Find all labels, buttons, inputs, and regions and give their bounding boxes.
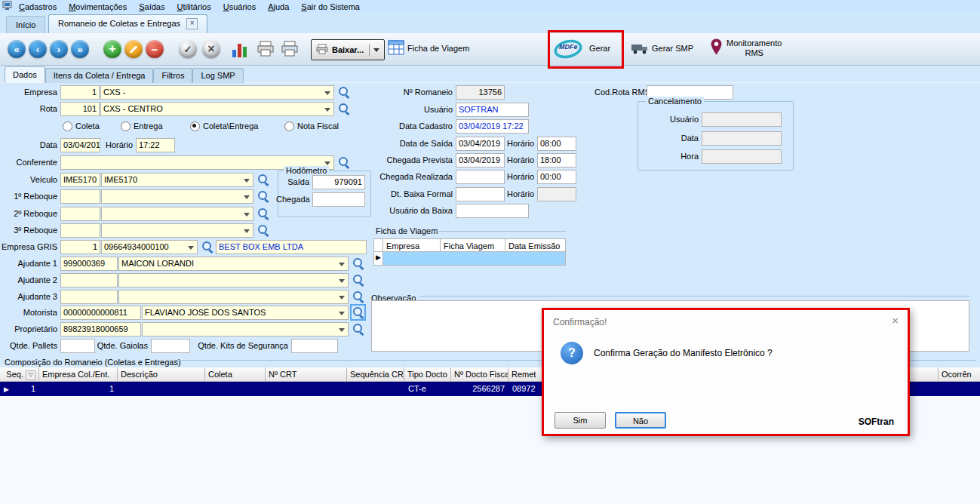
add-button[interactable]: [103, 40, 121, 58]
ficha-viagem-row[interactable]: [383, 252, 566, 266]
motorista-search-icon[interactable]: [352, 306, 364, 319]
reboque1-combo[interactable]: [101, 189, 253, 204]
qtde-pallets-field[interactable]: [60, 339, 95, 353]
chart-icon[interactable]: [232, 41, 249, 57]
veiculo-search-icon[interactable]: [257, 173, 269, 186]
subtab-dados[interactable]: Dados: [5, 66, 45, 83]
horario-prevista-field[interactable]: 18:00: [537, 153, 576, 167]
hodometro-saida-field[interactable]: 979091: [312, 175, 365, 189]
grid-header-seq[interactable]: Seq.: [0, 367, 39, 382]
ficha-viagem-toolbar-label[interactable]: Ficha de Viagem: [407, 44, 469, 53]
ajudante3-code-field[interactable]: [60, 290, 118, 304]
horario-field[interactable]: 17:22: [136, 138, 175, 152]
rota-search-icon[interactable]: [337, 102, 350, 115]
hodometro-chegada-field[interactable]: [312, 192, 365, 207]
menu-item-usuarios[interactable]: Usuários: [217, 2, 262, 11]
qtde-kits-field[interactable]: [291, 339, 338, 353]
veiculo-combo[interactable]: IME5170: [101, 173, 253, 187]
reboque1-code-field[interactable]: [60, 189, 100, 204]
confirm-button[interactable]: [179, 40, 197, 58]
data-saida-field[interactable]: 03/04/2019: [456, 137, 505, 151]
data-field[interactable]: 03/04/2019: [60, 138, 100, 152]
tab-inicio[interactable]: Início: [6, 16, 45, 33]
dt-baixa-formal-field[interactable]: [456, 187, 505, 201]
ajudante3-combo[interactable]: [118, 290, 349, 304]
ajudante1-combo[interactable]: MAICON LORANDI: [118, 257, 349, 271]
nav-prev-button[interactable]: [29, 40, 47, 58]
ajudante2-search-icon[interactable]: [352, 273, 364, 287]
ficha-viagem-icon[interactable]: [388, 40, 404, 57]
subtab-log-smp[interactable]: Log SMP: [192, 68, 243, 83]
baixar-button[interactable]: Baixar...: [311, 39, 385, 60]
horario-saida-field[interactable]: 08:00: [537, 137, 576, 151]
delete-button[interactable]: [146, 40, 164, 58]
reboque2-search-icon[interactable]: [257, 207, 269, 220]
edit-button[interactable]: [124, 40, 143, 58]
monitoramento-rms-button[interactable]: Monitoramento RMS: [727, 38, 782, 58]
chegada-prevista-field[interactable]: 03/04/2019: [456, 153, 505, 167]
dialog-close-icon[interactable]: [892, 314, 899, 327]
rota-combo[interactable]: CXS - CENTRO: [100, 102, 334, 116]
reboque3-code-field[interactable]: [60, 223, 100, 238]
grid-header-tipo-docto[interactable]: Tipo Docto: [404, 367, 451, 382]
empresa-gris-combo[interactable]: 09664934000100: [101, 240, 198, 254]
ajudante2-code-field[interactable]: [60, 273, 118, 287]
reboque3-search-icon[interactable]: [257, 223, 269, 237]
motorista-code-field[interactable]: 00000000000811: [60, 306, 141, 320]
print-preview-icon[interactable]: [281, 41, 299, 59]
veiculo-code-field[interactable]: IME5170: [60, 173, 100, 187]
radio-coleta-entrega[interactable]: Coleta\Entrega: [190, 120, 258, 132]
empresa-combo[interactable]: CXS -: [100, 85, 334, 100]
tab-romaneio[interactable]: Romaneio de Coletas e Entregas: [48, 14, 207, 33]
grid-header-ncrt[interactable]: Nº CRT: [266, 367, 347, 382]
radio-entrega[interactable]: Entrega: [121, 120, 163, 132]
sim-button[interactable]: Sim: [555, 412, 606, 429]
filter-icon[interactable]: [26, 370, 35, 380]
radio-coleta[interactable]: Coleta: [63, 120, 100, 132]
grid-header-ocorrencia[interactable]: Ocorrên: [939, 367, 980, 382]
empresa-code-field[interactable]: 1: [60, 85, 100, 100]
ajudante3-search-icon[interactable]: [352, 290, 364, 303]
empresa-gris-search-icon[interactable]: [201, 240, 214, 254]
qtde-gaiolas-field[interactable]: [151, 339, 190, 353]
nao-button[interactable]: Não: [615, 412, 666, 429]
grid-header-descricao[interactable]: Descrição: [118, 367, 205, 382]
gerar-mdfe-button[interactable]: Gerar: [589, 44, 610, 53]
proprietario-code-field[interactable]: 89823918000659: [60, 322, 141, 337]
ajudante1-search-icon[interactable]: [352, 257, 364, 270]
empresa-search-icon[interactable]: [337, 85, 350, 99]
menu-item-utilitarios[interactable]: Utilitários: [171, 2, 217, 11]
ajudante2-combo[interactable]: [118, 273, 349, 287]
monitoramento-pin-icon[interactable]: [710, 38, 723, 57]
menu-item-movimentacoes[interactable]: Movimentações: [63, 2, 133, 11]
grid-header-coleta[interactable]: Coleta: [205, 367, 266, 382]
reboque2-combo[interactable]: [101, 207, 253, 221]
radio-nota-fiscal[interactable]: Nota Fiscal: [284, 120, 339, 132]
empresa-gris-code-field[interactable]: 1: [60, 240, 100, 254]
reboque1-search-icon[interactable]: [257, 189, 269, 203]
gerar-smp-button[interactable]: Gerar SMP: [652, 44, 693, 53]
reboque3-combo[interactable]: [101, 223, 253, 238]
reboque2-code-field[interactable]: [60, 207, 100, 221]
grid-header-empresa[interactable]: Empresa Col./Ent.: [39, 367, 118, 382]
conferente-search-icon[interactable]: [337, 155, 350, 169]
proprietario-combo[interactable]: [142, 322, 349, 337]
menu-item-saidas[interactable]: Saídas: [133, 2, 171, 11]
chegada-realizada-field[interactable]: [456, 170, 505, 184]
rota-code-field[interactable]: 101: [60, 102, 100, 116]
nav-last-button[interactable]: [71, 40, 89, 58]
grid-header-ndocto[interactable]: Nº Docto Fiscal: [451, 367, 508, 382]
ajudante1-code-field[interactable]: 999000369: [60, 257, 118, 271]
menu-item-sair[interactable]: Sair do Sistema: [295, 2, 366, 11]
proprietario-search-icon[interactable]: [352, 322, 364, 336]
menu-item-cadastros[interactable]: Cadastros: [13, 2, 63, 11]
tab-close-icon[interactable]: [186, 18, 198, 29]
motorista-combo[interactable]: FLAVIANO JOSÉ DOS SANTOS: [142, 306, 349, 320]
menu-item-ajuda[interactable]: Ajuda: [262, 2, 295, 11]
cancel-button[interactable]: [202, 40, 220, 58]
subtab-itens[interactable]: Itens da Coleta / Entrega: [45, 68, 154, 83]
nav-first-button[interactable]: [8, 40, 26, 58]
baixar-dropdown-icon[interactable]: [369, 44, 379, 56]
print-icon[interactable]: [257, 41, 275, 59]
nav-next-button[interactable]: [50, 40, 68, 58]
